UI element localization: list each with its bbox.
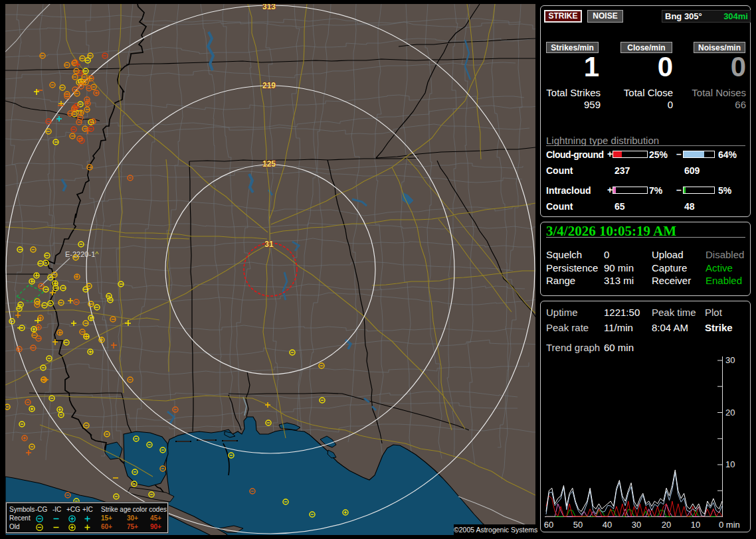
svg-text:E-2220-1^: E-2220-1^ (65, 250, 99, 258)
svg-text:20: 20 (662, 520, 671, 530)
svg-text:40: 40 (603, 520, 612, 530)
svg-text:0 min: 0 min (719, 520, 740, 530)
svg-text:31: 31 (264, 240, 274, 249)
svg-text:313: 313 (262, 4, 276, 11)
svg-text:20: 20 (725, 408, 735, 418)
svg-text:10: 10 (691, 520, 700, 530)
svg-text:30: 30 (725, 355, 735, 365)
svg-text:30: 30 (632, 520, 641, 530)
svg-text:10: 10 (725, 459, 735, 469)
svg-text:50: 50 (573, 520, 583, 530)
svg-text:125: 125 (262, 159, 276, 169)
svg-text:60: 60 (544, 520, 553, 530)
svg-text:219: 219 (262, 81, 276, 90)
